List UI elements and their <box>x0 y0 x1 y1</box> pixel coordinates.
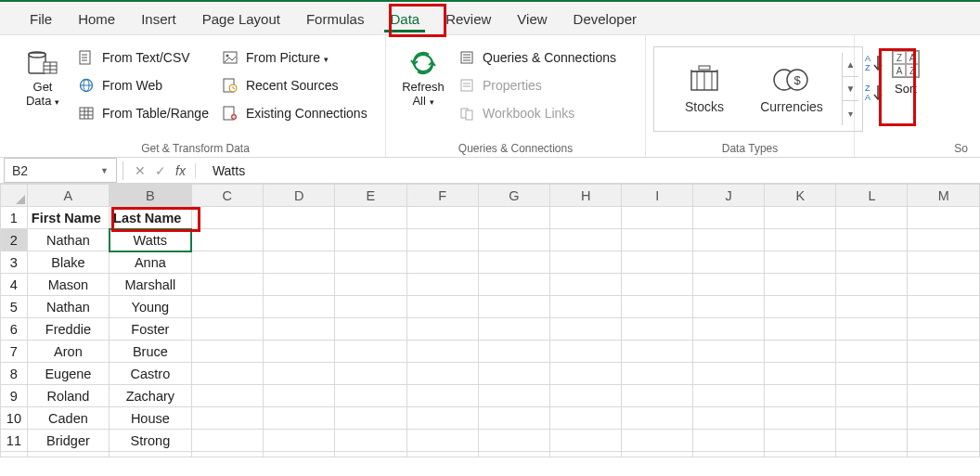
cell[interactable] <box>908 207 980 229</box>
row-header-5[interactable]: 5 <box>1 296 28 318</box>
cell[interactable] <box>693 341 765 363</box>
cell[interactable] <box>765 341 836 363</box>
row-header-6[interactable]: 6 <box>1 318 28 341</box>
cell[interactable] <box>550 296 622 318</box>
cell[interactable] <box>836 430 908 452</box>
cell[interactable] <box>908 385 980 407</box>
cell[interactable] <box>550 274 622 296</box>
cell[interactable] <box>406 207 478 229</box>
cell[interactable] <box>191 274 263 296</box>
row-header-7[interactable]: 7 <box>1 341 28 363</box>
cell[interactable] <box>765 430 836 452</box>
cell[interactable] <box>478 385 549 407</box>
cell[interactable] <box>622 318 693 341</box>
from-web-button[interactable]: From Web <box>78 74 209 96</box>
tab-insert[interactable]: Insert <box>128 6 189 34</box>
cell[interactable] <box>622 363 693 385</box>
cell[interactable] <box>622 341 693 363</box>
col-header-D[interactable]: D <box>264 185 335 207</box>
cell[interactable] <box>406 229 478 251</box>
cell[interactable] <box>908 318 980 341</box>
cell[interactable] <box>693 318 765 341</box>
cell[interactable]: Young <box>110 296 192 318</box>
col-header-E[interactable]: E <box>335 185 406 207</box>
tab-page-layout[interactable]: Page Layout <box>189 6 293 34</box>
cell[interactable]: Foster <box>110 318 192 341</box>
cell[interactable] <box>622 274 693 296</box>
cell[interactable] <box>335 341 406 363</box>
cell[interactable] <box>765 274 836 296</box>
row-header-8[interactable]: 8 <box>1 363 28 385</box>
cell[interactable]: Freddie <box>27 318 109 341</box>
stocks-button[interactable]: Stocks <box>667 64 741 114</box>
cell[interactable] <box>406 430 478 452</box>
fx-icon[interactable]: fx <box>175 163 196 178</box>
cell[interactable] <box>335 363 406 385</box>
cell[interactable] <box>836 251 908 274</box>
cell[interactable] <box>622 407 693 430</box>
data-types-gallery[interactable]: Stocks $ Currencies ▲ ▼ ▾ <box>653 46 863 132</box>
cell[interactable] <box>765 251 836 274</box>
cell[interactable] <box>908 341 980 363</box>
cell[interactable] <box>406 341 478 363</box>
select-all-cell[interactable] <box>1 185 28 207</box>
cell[interactable] <box>550 407 622 430</box>
cell[interactable] <box>836 385 908 407</box>
from-table-range-button[interactable]: From Table/Range <box>78 102 209 124</box>
tab-file[interactable]: File <box>17 6 65 34</box>
cell[interactable]: Nathan <box>27 296 109 318</box>
cell[interactable] <box>836 407 908 430</box>
cell[interactable]: Watts <box>110 229 192 251</box>
tab-home[interactable]: Home <box>65 6 128 34</box>
row-header-1[interactable]: 1 <box>1 207 28 229</box>
row-header-4[interactable]: 4 <box>1 274 28 296</box>
cell[interactable] <box>693 296 765 318</box>
cell[interactable] <box>550 385 622 407</box>
cell[interactable] <box>836 229 908 251</box>
cell[interactable] <box>622 430 693 452</box>
cell[interactable] <box>622 296 693 318</box>
cell[interactable]: Anna <box>110 251 192 274</box>
cell[interactable] <box>836 296 908 318</box>
cell[interactable] <box>550 318 622 341</box>
cell[interactable] <box>191 229 263 251</box>
get-data-button[interactable]: Get Data ▾ <box>13 45 72 108</box>
cell[interactable]: Strong <box>110 430 192 452</box>
tab-formulas[interactable]: Formulas <box>293 6 378 34</box>
cell[interactable] <box>550 207 622 229</box>
cell[interactable] <box>836 341 908 363</box>
cell[interactable] <box>335 296 406 318</box>
cell[interactable] <box>765 296 836 318</box>
cell[interactable] <box>693 274 765 296</box>
cell[interactable] <box>550 341 622 363</box>
cell[interactable] <box>765 363 836 385</box>
col-header-K[interactable]: K <box>765 185 836 207</box>
cell[interactable] <box>191 251 263 274</box>
tab-review[interactable]: Review <box>432 6 504 34</box>
cell[interactable]: Roland <box>27 385 109 407</box>
cell[interactable] <box>264 251 335 274</box>
col-header-J[interactable]: J <box>693 185 765 207</box>
cell[interactable] <box>406 318 478 341</box>
name-box-dropdown-icon[interactable]: ▼ <box>100 166 109 175</box>
cell[interactable] <box>693 430 765 452</box>
cell[interactable] <box>550 363 622 385</box>
row-header-10[interactable]: 10 <box>1 407 28 430</box>
col-header-I[interactable]: I <box>622 185 693 207</box>
cell[interactable] <box>264 385 335 407</box>
row-header-3[interactable]: 3 <box>1 251 28 274</box>
cell[interactable] <box>478 207 549 229</box>
tab-data[interactable]: Data <box>377 6 432 34</box>
col-header-C[interactable]: C <box>191 185 263 207</box>
cancel-icon[interactable]: ✕ <box>135 163 146 178</box>
cell[interactable] <box>908 363 980 385</box>
cell[interactable] <box>478 363 549 385</box>
cell[interactable] <box>693 207 765 229</box>
from-text-csv-button[interactable]: From Text/CSV <box>78 46 209 69</box>
cell[interactable] <box>406 407 478 430</box>
cell[interactable] <box>765 385 836 407</box>
cell[interactable] <box>406 274 478 296</box>
worksheet-grid[interactable]: A B C D E F G H I J K L M 1First NameLas… <box>0 184 980 457</box>
cell[interactable] <box>693 385 765 407</box>
cell[interactable] <box>478 229 549 251</box>
